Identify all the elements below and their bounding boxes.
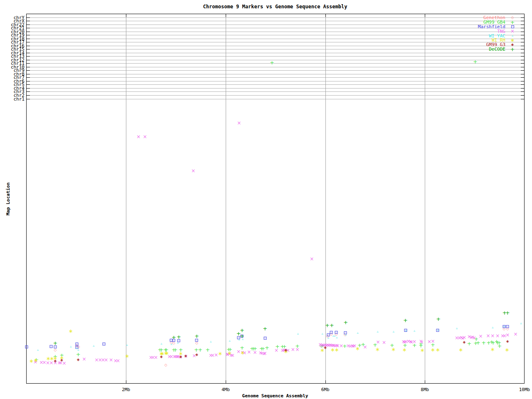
legend-label: TNG — [497, 29, 505, 34]
chromosome-label: chr11 — [0, 61, 25, 66]
chromosome-label: chr21 — [0, 26, 25, 30]
chromosome-label: chr16 — [0, 44, 25, 48]
x-icon: × — [510, 29, 515, 34]
plus-icon: + — [510, 20, 515, 25]
legend-row: Marshfield — [449, 25, 520, 29]
plot-frame — [26, 14, 525, 384]
x-axis-label: Genome Sequence Assembly — [0, 393, 532, 399]
x-tick-label: 2Mb — [111, 387, 140, 392]
x-tick-label: 6Mb — [311, 387, 340, 392]
chart-canvas: Chromosome 9 Markers vs Genome Sequence … — [0, 0, 532, 399]
legend: Genethon◇GM99 GB4+MarshfieldTNG×WI YAC▵W… — [449, 15, 520, 52]
chromosome-label: chr14 — [0, 51, 25, 55]
x-tick-label: 8Mb — [410, 387, 439, 392]
x-tick-label: 4Mb — [211, 387, 240, 392]
chromosome-label: chr9 — [0, 68, 25, 73]
legend-row: GM99 G3◈ — [449, 42, 520, 47]
legend-row: DeCODE+ — [449, 47, 520, 52]
chromosome-label: chr13 — [0, 54, 25, 59]
legend-row: WI YAC▵ — [449, 34, 520, 38]
chromosome-label: chr7 — [0, 75, 25, 80]
chromosome-label: chr5 — [0, 82, 25, 87]
square-dot-icon — [511, 25, 514, 28]
chromosome-label: chrX — [0, 19, 25, 23]
chromosome-label: chr10 — [0, 65, 25, 69]
legend-marker-plus-icon: + — [505, 47, 520, 52]
chromosome-label: chr1 — [0, 97, 25, 101]
chromosome-label: chr6 — [0, 79, 25, 84]
legend-marker-x-icon: × — [505, 29, 520, 33]
legend-marker-star-icon: ∗ — [505, 38, 520, 42]
legend-row: TNG× — [449, 29, 520, 34]
chromosome-label: chr15 — [0, 47, 25, 52]
chart-title: Chromosome 9 Markers vs Genome Sequence … — [0, 4, 532, 10]
chromosome-label: chr2 — [0, 93, 25, 98]
legend-marker-plus-icon: + — [505, 20, 520, 24]
chromosome-label: chr19 — [0, 33, 25, 37]
legend-row: WI RH∗ — [449, 38, 520, 42]
chromosome-label: chrY — [0, 15, 25, 20]
chromosome-label: chr20 — [0, 30, 25, 34]
chromosome-label: chr17 — [0, 40, 25, 44]
chromosome-label: chr18 — [0, 37, 25, 41]
chromosome-label: chr8 — [0, 72, 25, 76]
chromosome-label: chr3 — [0, 89, 25, 94]
chromosome-label: chr4 — [0, 86, 25, 91]
legend-label: DeCODE — [489, 47, 505, 52]
chromosome-label: chr12 — [0, 58, 25, 62]
chromosome-label: chr22 — [0, 22, 25, 27]
y-axis-label: Map Location — [5, 178, 11, 220]
plus-icon: + — [510, 47, 515, 52]
x-tick-label: 10Mb — [510, 387, 532, 392]
